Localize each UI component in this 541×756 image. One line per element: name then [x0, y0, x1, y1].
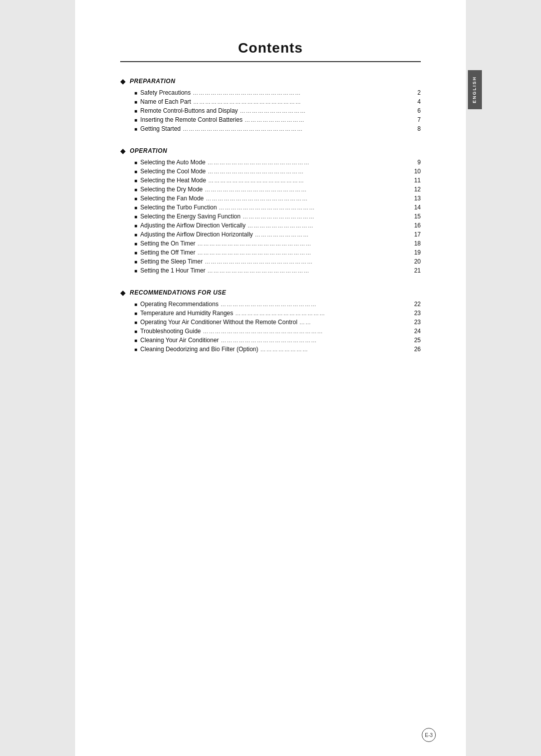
toc-label: Inserting the Remote Control Batteries — [140, 116, 242, 123]
toc-page-number: 22 — [414, 301, 421, 308]
toc-page-number: 13 — [414, 195, 421, 202]
page-title: Contents — [120, 40, 421, 56]
toc-label: Remote Control-Buttons and Display — [140, 107, 238, 114]
toc-dots: ……………………………… — [242, 213, 412, 220]
toc-item: ■Setting the Sleep Timer…………………………………………… — [120, 258, 421, 266]
toc-item: ■Getting Started……………………………………………………8 — [120, 125, 421, 133]
bullet-icon: ■ — [134, 169, 137, 174]
toc-page-number: 21 — [414, 267, 421, 274]
toc-label: Adjusting the Airflow Direction Horizont… — [140, 231, 253, 238]
toc-dots: ………………………… — [244, 116, 415, 124]
page-number-badge: E-3 — [422, 728, 436, 742]
toc-page-number: 23 — [414, 319, 421, 326]
bullet-icon: ■ — [134, 160, 137, 165]
toc-page-number: 6 — [417, 107, 421, 114]
toc-label: Selecting the Energy Saving Function — [140, 213, 240, 220]
toc-dots: …………………………………………… — [206, 195, 412, 202]
diamond-icon: ◆ — [120, 147, 126, 155]
bullet-icon: ■ — [134, 329, 137, 334]
toc-page-number: 25 — [414, 337, 421, 344]
toc-dots: ……………………………………………… — [193, 98, 415, 106]
toc-item: ■Cleaning Your Air Conditioner…………………………… — [120, 337, 421, 344]
toc-page-number: 11 — [414, 177, 421, 184]
toc-item: ■Selecting the Dry Mode……………………………………………… — [120, 186, 421, 193]
toc-page-number: 14 — [414, 204, 421, 211]
bullet-icon: ■ — [134, 250, 137, 256]
toc-item: ■Selecting the Energy Saving Function………… — [120, 213, 421, 220]
bullet-icon: ■ — [134, 347, 137, 352]
toc-item: ■Selecting the Fan Mode……………………………………………… — [120, 195, 421, 202]
toc-item: ■Selecting the Heat Mode…………………………………………… — [120, 177, 421, 184]
toc-item: ■Inserting the Remote Control Batteries…… — [120, 116, 421, 124]
toc-page-number: 17 — [414, 231, 421, 238]
toc-item: ■Remote Control-Buttons and Display……………… — [120, 107, 421, 115]
toc-dots: ………………………………………… — [208, 177, 412, 184]
toc-page-number: 24 — [414, 328, 421, 335]
bullet-icon: ■ — [134, 126, 137, 132]
toc-label: Setting the Off Timer — [140, 249, 195, 256]
toc-item: ■Cleaning Deodorizing and Bio Filter (Op… — [120, 346, 421, 353]
bullet-icon: ■ — [134, 178, 137, 183]
toc-item: ■Setting the 1 Hour Timer………………………………………… — [120, 267, 421, 275]
toc-label: Troubleshooting Guide — [140, 328, 201, 335]
title-divider — [120, 61, 421, 62]
toc-dots: …………………………… — [247, 222, 412, 229]
toc-label: Selecting the Heat Mode — [140, 177, 206, 184]
toc-dots: …………………………………………………… — [203, 328, 412, 335]
toc-dots: ………………………………………………… — [197, 249, 412, 257]
toc-dots: ………………………………………… — [219, 204, 412, 211]
toc-item: ■Selecting the Turbo Function……………………………… — [120, 204, 421, 211]
toc-page-number: 2 — [417, 89, 421, 96]
toc-dots: ………………………………………… — [220, 301, 412, 308]
toc-dots: …………………………………………… — [205, 186, 412, 193]
toc-dots: ………………………………………………… — [197, 240, 412, 247]
toc-page-number: 15 — [414, 213, 421, 220]
section-header-recommendations: ◆Recommendations for Use — [120, 289, 421, 297]
toc-dots: …………………………… — [240, 107, 416, 115]
toc-label: Setting the On Timer — [140, 240, 195, 247]
bullet-icon: ■ — [134, 302, 137, 307]
toc-page-number: 9 — [417, 159, 421, 166]
toc-page-number: 4 — [417, 98, 421, 105]
bullet-icon: ■ — [134, 99, 137, 105]
bullet-icon: ■ — [134, 108, 137, 114]
toc-item: ■Temperature and Humidity Ranges……………………… — [120, 310, 421, 317]
toc-item: ■Setting the On Timer…………………………………………………… — [120, 240, 421, 247]
bullet-icon: ■ — [134, 196, 137, 201]
toc-item: ■Setting the Off Timer………………………………………………… — [120, 249, 421, 257]
bullet-icon: ■ — [134, 232, 137, 237]
bullet-icon: ■ — [134, 268, 137, 274]
toc-page-number: 19 — [414, 249, 421, 256]
toc-dots: …………………… — [260, 346, 412, 353]
toc-dots: ……………………………………………… — [193, 89, 416, 97]
toc-item: ■Troubleshooting Guide………………………………………………… — [120, 328, 421, 335]
toc-label: Operating Recommendations — [140, 301, 218, 308]
toc-page-number: 7 — [417, 116, 421, 123]
bullet-icon: ■ — [134, 90, 137, 96]
diamond-icon: ◆ — [120, 77, 126, 85]
toc-label: Adjusting the Airflow Direction Vertical… — [140, 222, 245, 229]
toc-label: Operating Your Air Conditioner Without t… — [140, 319, 298, 326]
bullet-icon: ■ — [134, 187, 137, 192]
bullet-icon: ■ — [134, 117, 137, 123]
toc-dots: …………………………………………… — [207, 159, 415, 166]
bullet-icon: ■ — [134, 241, 137, 246]
toc-page-number: 12 — [414, 186, 421, 193]
toc-label: Cleaning Deodorizing and Bio Filter (Opt… — [140, 346, 258, 353]
section-header-operation: ◆Operation — [120, 147, 421, 155]
page: ENGLISH Contents ◆Preparation■Safety Pre… — [75, 0, 466, 756]
toc-page-number: 18 — [414, 240, 421, 247]
bullet-icon: ■ — [134, 338, 137, 343]
bullet-icon: ■ — [134, 320, 137, 325]
toc-item: ■Adjusting the Airflow Direction Horizon… — [120, 231, 421, 238]
toc-page-number: 20 — [414, 258, 421, 265]
section-header-preparation: ◆Preparation — [120, 77, 421, 85]
toc-label: Getting Started — [140, 125, 181, 132]
toc-label: Setting the 1 Hour Timer — [140, 267, 205, 274]
toc-item: ■Selecting the Auto Mode…………………………………………… — [120, 159, 421, 166]
toc-item: ■Adjusting the Airflow Direction Vertica… — [120, 222, 421, 229]
toc-dots: ……………………………………………… — [205, 258, 412, 266]
bullet-icon: ■ — [134, 223, 137, 228]
toc-item: ■Name of Each Part………………………………………………4 — [120, 98, 421, 106]
section-operation: ◆Operation■Selecting the Auto Mode………………… — [120, 147, 421, 275]
